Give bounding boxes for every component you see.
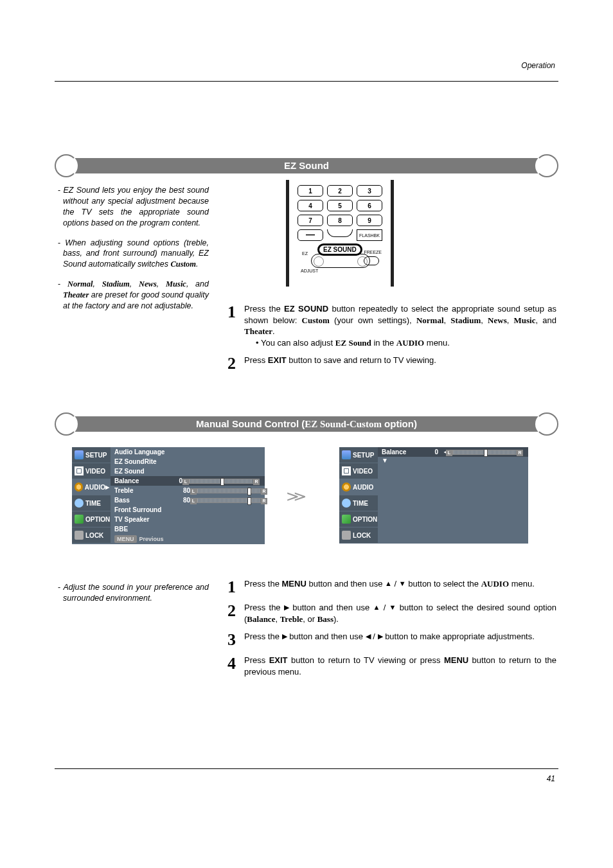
video-icon — [342, 466, 351, 475]
step-number-2: 2 — [227, 602, 244, 624]
page-number: 41 — [547, 774, 555, 783]
remote-ez-button — [311, 254, 370, 268]
option-icon — [342, 515, 351, 524]
ez-sound-notes: - EZ Sound lets you enjoy the best sound… — [58, 185, 209, 321]
osd-footer: MENUPrevious — [111, 534, 265, 544]
remote-key-flashbk: FLASHBK — [357, 229, 382, 241]
osd2-row-balance: Balance 0 ◀ LR ▶ — [378, 447, 528, 457]
balance-slider: LR — [452, 450, 517, 455]
time-icon — [75, 499, 84, 508]
remote-key-4: 4 — [298, 200, 323, 211]
remote-freeze-button — [364, 256, 379, 265]
down-arrow-icon: ▼ — [399, 579, 406, 589]
remote-label-ez: EZ — [302, 251, 308, 256]
osd-row: Treble80LR — [111, 486, 265, 495]
ez-note-1: EZ Sound lets you enjoy the best sound w… — [63, 186, 209, 227]
remote-key-9: 9 — [357, 215, 382, 226]
step-number-1: 1 — [227, 578, 244, 596]
manual-steps: 1 Press the MENU button and then use ▲ /… — [227, 578, 556, 684]
osd-tab-audio: AUDIO▶ — [72, 479, 111, 495]
manual-step-3: Press the ▶ button and then use ◀ / ▶ bu… — [244, 631, 556, 648]
remote-key-1: 1 — [298, 185, 323, 197]
lock-icon — [75, 531, 84, 540]
osd2-tab-setup: SETUP — [339, 447, 378, 463]
manual-step-2: Press the ▶ button and then use ▲ / ▼ bu… — [244, 602, 556, 624]
osd-row: TV Speaker — [111, 515, 265, 524]
footer-rule — [55, 768, 558, 769]
remote-key-0 — [327, 229, 353, 237]
down-arrow-icon: ▼ — [389, 603, 396, 612]
ez-sound-steps: 1 Press the EZ SOUND button repeatedly t… — [227, 303, 556, 378]
video-icon — [75, 466, 84, 475]
right-arrow-icon: ▶ — [284, 603, 289, 612]
osd-menu-audio-full: SETUP VIDEO AUDIO▶ TIME OPTION LOCK Audi… — [72, 447, 265, 544]
left-arrow-icon: ◀ — [366, 632, 371, 641]
up-arrow-icon: ▲ — [373, 603, 380, 612]
remote-ezsound-callout: EZ SOUND — [317, 244, 362, 256]
osd2-tab-lock: LOCK — [339, 527, 378, 543]
step-number-1: 1 — [227, 303, 244, 348]
osd-row: BBE — [111, 524, 265, 534]
remote-key-6: 6 — [357, 200, 382, 211]
remote-key-8: 8 — [327, 215, 353, 226]
osd-row: Bass80LR — [111, 495, 265, 505]
transition-arrow-icon: ≫ — [286, 488, 306, 505]
time-icon — [342, 499, 351, 508]
remote-key-7: 7 — [298, 215, 323, 226]
remote-label-adjust: ADJUST — [301, 269, 318, 273]
osd2-down-arrow: ▼ — [378, 457, 528, 464]
remote-illustration: 1 2 3 4 5 6 7 8 9 — FLASHBK EZ SOUND EZ … — [286, 180, 394, 287]
remote-key-5: 5 — [327, 200, 353, 211]
right-arrow-icon: ▶ — [378, 632, 383, 641]
manual-step-1: Press the MENU button and then use ▲ / ▼… — [244, 578, 556, 596]
ez-step-1: Press the EZ SOUND button repeatedly to … — [244, 303, 556, 348]
osd-menu-balance: SETUP VIDEO AUDIO TIME OPTION LOCK Balan… — [339, 447, 528, 544]
remote-key-3: 3 — [357, 185, 382, 197]
osd-row: Audio Language — [111, 447, 265, 457]
page-header: Operation — [521, 61, 555, 70]
section-manual-label: Manual Sound Control (EZ Sound-Custom op… — [55, 416, 558, 432]
osd2-tab-option: OPTION — [339, 511, 378, 527]
osd2-tab-video: VIDEO — [339, 463, 378, 479]
setup-icon — [342, 450, 351, 459]
audio-icon — [342, 483, 351, 492]
osd-tab-setup: SETUP — [72, 447, 111, 463]
right-arrow-icon: ▶ — [282, 632, 287, 641]
manual-note-1: Adjust the sound in your preference and … — [63, 583, 209, 603]
remote-key-dash: — — [298, 229, 323, 241]
section-manual-title: Manual Sound Control (EZ Sound-Custom op… — [55, 412, 558, 436]
osd-tab-time: TIME — [72, 495, 111, 511]
manual-step-4: Press EXIT button to return to TV viewin… — [244, 655, 556, 677]
chevron-right-icon: ▶ — [105, 484, 109, 490]
option-icon — [75, 515, 84, 524]
osd-row: EZ Sound — [111, 466, 265, 476]
step-number-4: 4 — [227, 655, 244, 677]
osd-tab-video: VIDEO — [72, 463, 111, 479]
osd-row: Front Surround — [111, 505, 265, 515]
lock-icon — [342, 531, 351, 540]
remote-key-2: 2 — [327, 185, 353, 197]
section-ez-sound-title: EZ Sound — [55, 154, 558, 177]
manual-notes: - Adjust the sound in your preference an… — [58, 582, 209, 613]
osd-row: EZ SoundRite — [111, 457, 265, 466]
up-arrow-icon: ▲ — [385, 579, 392, 589]
step-number-3: 3 — [227, 631, 244, 648]
osd-tab-option: OPTION — [72, 511, 111, 527]
osd-row: Balance0LR▶ — [111, 476, 265, 486]
header-rule — [55, 81, 558, 82]
osd2-tab-time: TIME — [339, 495, 378, 511]
osd2-tab-audio: AUDIO — [339, 479, 378, 495]
audio-icon — [75, 483, 83, 492]
setup-icon — [75, 450, 84, 459]
remote-label-freeze: FREEZE — [364, 250, 382, 254]
osd-tab-lock: LOCK — [72, 527, 111, 543]
ez-step-2: Press EXIT button to save and return to … — [244, 355, 556, 372]
step-number-2: 2 — [227, 355, 244, 372]
section-ez-sound-label: EZ Sound — [55, 158, 558, 173]
